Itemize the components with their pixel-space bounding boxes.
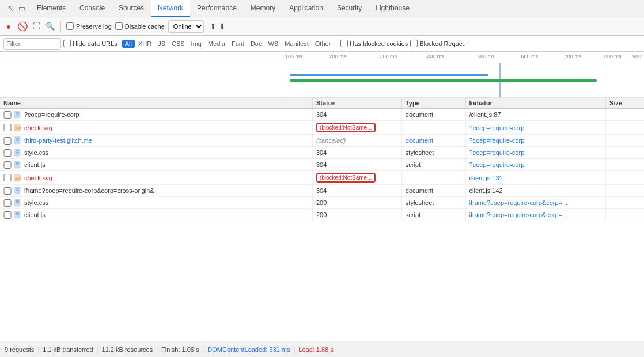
cell-initiator: ?coep=require-corp [465, 135, 606, 147]
table-row[interactable]: style.css200stylesheetiframe?coep=requir… [0, 197, 644, 209]
type-btn-manifest[interactable]: Manifest [282, 40, 312, 48]
cell-initiator: /client.js:87 [465, 109, 606, 121]
file-name-text: style.css [24, 199, 48, 206]
doc-file-icon [14, 211, 22, 219]
tab-sources[interactable]: Sources [112, 0, 151, 17]
cell-status: 304 [312, 159, 401, 171]
cell-initiator: ?coep=require-corp [465, 147, 606, 159]
tab-elements[interactable]: Elements [30, 0, 73, 17]
type-btn-img[interactable]: Img [188, 40, 204, 48]
record-button[interactable]: ● [3, 21, 14, 32]
preserve-log-checkbox[interactable] [66, 22, 74, 30]
cell-name: SVGcheck.svg [0, 171, 312, 185]
row-select-checkbox[interactable] [3, 137, 12, 145]
cell-size [606, 135, 644, 147]
type-btn-media[interactable]: Media [205, 40, 228, 48]
network-table-wrapper[interactable]: Name Status Type Initiator Size ?coep=re… [0, 98, 644, 341]
tab-network[interactable]: Network [151, 0, 190, 17]
doc-file-icon [14, 111, 22, 119]
initiator-link[interactable]: ?coep=require-corp [469, 124, 525, 131]
initiator-link[interactable]: iframe?coep=require-corp&corp=... [469, 211, 568, 218]
row-select-checkbox[interactable] [3, 174, 12, 181]
cell-name: style.css [0, 197, 312, 209]
has-blocked-cookies-checkbox[interactable] [340, 40, 348, 47]
tab-lighthouse[interactable]: Lighthouse [369, 0, 416, 17]
tab-application[interactable]: Application [282, 0, 330, 17]
table-row[interactable]: client.js304script?coep=require-corp [0, 159, 644, 171]
blocked-requests-label[interactable]: Blocked Reque... [410, 40, 468, 47]
doc-file-icon [14, 199, 22, 207]
preserve-log-label[interactable]: Preserve log [66, 22, 112, 30]
table-row[interactable]: third-party-test.glitch.me(canceled)docu… [0, 135, 644, 147]
tab-memory[interactable]: Memory [244, 0, 282, 17]
upload-icon[interactable]: ⬆ [210, 22, 217, 31]
table-row[interactable]: ?coep=require-corp304document/client.js:… [0, 109, 644, 121]
filter-input[interactable] [3, 38, 61, 50]
table-row[interactable]: SVGcheck.svg(blocked:NotSame...?coep=req… [0, 121, 644, 135]
inspect-icon[interactable]: ↖ [6, 4, 15, 13]
initiator-link[interactable]: client.js:131 [469, 174, 503, 181]
download-icon[interactable]: ⬇ [219, 22, 226, 31]
table-row[interactable]: SVGcheck.svg(blocked:NotSame...client.js… [0, 171, 644, 185]
has-blocked-cookies-label[interactable]: Has blocked cookies [340, 40, 408, 47]
cell-status: (canceled) [312, 135, 401, 147]
col-header-type[interactable]: Type [401, 98, 465, 109]
blocked-requests-checkbox[interactable] [410, 40, 418, 47]
filter-button[interactable]: ⛶ [31, 21, 41, 32]
doc-file-icon [14, 161, 22, 169]
waterfall-bar-blue [290, 74, 488, 76]
device-icon[interactable]: ▭ [17, 4, 26, 13]
clear-button[interactable]: 🚫 [17, 21, 28, 32]
row-select-checkbox[interactable] [3, 124, 12, 131]
disable-cache-checkbox[interactable] [115, 22, 123, 30]
col-header-size[interactable]: Size [606, 98, 644, 109]
type-btn-font[interactable]: Font [229, 40, 247, 48]
col-header-initiator[interactable]: Initiator [465, 98, 606, 109]
type-btn-all[interactable]: All [122, 40, 135, 48]
type-btn-doc[interactable]: Doc [248, 40, 265, 48]
initiator-link[interactable]: ?coep=require-corp [469, 149, 525, 156]
status-blocked-badge: (blocked:NotSame... [316, 173, 376, 183]
type-btn-js[interactable]: JS [155, 40, 168, 48]
file-name-text[interactable]: check.svg [24, 174, 52, 181]
waterfall-name-col [0, 63, 282, 97]
col-header-name[interactable]: Name [0, 98, 312, 109]
tab-performance[interactable]: Performance [190, 0, 244, 17]
row-select-checkbox[interactable] [3, 199, 12, 207]
tick-100: 100 ms [285, 54, 302, 59]
tab-console[interactable]: Console [73, 0, 112, 17]
network-throttle-select[interactable]: Online [168, 20, 204, 33]
tab-security[interactable]: Security [330, 0, 369, 17]
type-btn-xhr[interactable]: XHR [135, 40, 154, 48]
cell-size [606, 121, 644, 135]
cell-status: 200 [312, 197, 401, 209]
hide-data-urls-checkbox[interactable] [63, 40, 71, 47]
table-row[interactable]: client.js200scriptiframe?coep=require-co… [0, 209, 644, 221]
col-header-status[interactable]: Status [312, 98, 401, 109]
file-name-text[interactable]: check.svg [24, 124, 52, 131]
waterfall-bar-green [290, 79, 597, 82]
type-btn-other[interactable]: Other [312, 40, 334, 48]
row-select-checkbox[interactable] [3, 111, 12, 119]
initiator-link[interactable]: iframe?coep=require-corp&corp=... [469, 199, 568, 206]
table-row[interactable]: style.css304stylesheet?coep=require-corp [0, 147, 644, 159]
disable-cache-label[interactable]: Disable cache [115, 22, 165, 30]
filter-bar: Hide data URLs All XHR JS CSS Img Media … [0, 36, 644, 52]
row-select-checkbox[interactable] [3, 149, 12, 157]
type-btn-css[interactable]: CSS [169, 40, 188, 48]
cell-type: stylesheet [401, 147, 465, 159]
table-row[interactable]: iframe?coep=require-corp&corp=cross-orig… [0, 185, 644, 197]
row-select-checkbox[interactable] [3, 187, 12, 195]
row-select-checkbox[interactable] [3, 161, 12, 169]
initiator-link[interactable]: ?coep=require-corp [469, 137, 525, 144]
row-select-checkbox[interactable] [3, 211, 12, 219]
timeline-header: 100 ms 200 ms 300 ms 400 ms 500 ms 600 m… [0, 52, 644, 63]
file-name-text[interactable]: third-party-test.glitch.me [24, 137, 92, 144]
tick-600: 600 ms [521, 54, 538, 59]
hide-data-urls-label[interactable]: Hide data URLs [63, 40, 118, 47]
type-btn-ws[interactable]: WS [265, 40, 281, 48]
svg-text:SVG: SVG [15, 127, 21, 130]
search-button[interactable]: 🔍 [45, 21, 55, 32]
tick-800: 800 ms [604, 54, 622, 59]
initiator-link[interactable]: ?coep=require-corp [469, 161, 525, 168]
